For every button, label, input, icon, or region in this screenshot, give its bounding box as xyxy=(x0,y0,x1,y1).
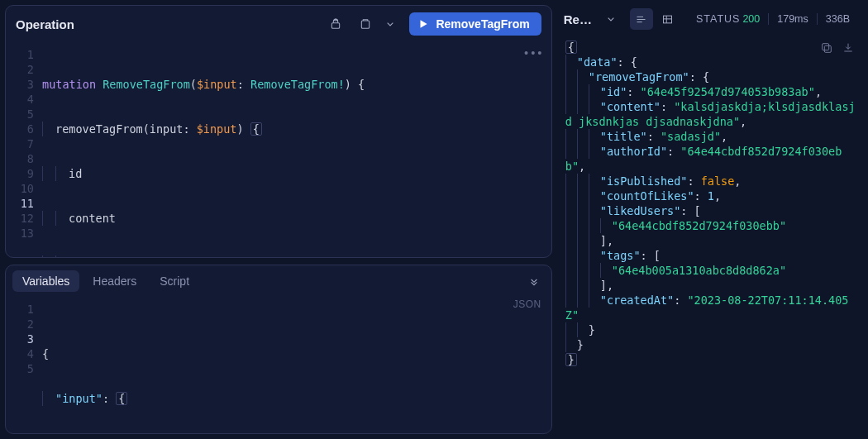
svg-rect-6 xyxy=(823,44,829,50)
svg-rect-5 xyxy=(824,45,831,52)
response-json[interactable]: { "data": { "removeTagFrom": { "id": "64… xyxy=(565,40,858,367)
view-json-toggle[interactable] xyxy=(630,8,653,30)
save-collection-dropdown[interactable] xyxy=(379,13,401,35)
svg-rect-4 xyxy=(664,16,672,23)
tab-variables[interactable]: Variables xyxy=(12,270,79,292)
download-response-icon[interactable] xyxy=(842,41,855,57)
variables-tabs: Variables Headers Script xyxy=(6,265,551,297)
response-title: Re… xyxy=(564,12,592,26)
run-button-label: RemoveTagFrom xyxy=(436,17,529,31)
response-time: 179ms xyxy=(768,13,817,25)
variables-gutter: 12345 xyxy=(6,297,42,434)
tab-script[interactable]: Script xyxy=(150,270,199,292)
code-actions-menu[interactable]: ••• xyxy=(523,45,543,60)
svg-rect-0 xyxy=(332,23,340,29)
share-icon[interactable] xyxy=(325,13,346,35)
variables-editor[interactable]: JSON { "input": { "postId": "64e45f92547… xyxy=(42,297,551,434)
tab-headers[interactable]: Headers xyxy=(83,270,146,292)
status-code: 200 xyxy=(742,13,760,25)
view-table-toggle[interactable] xyxy=(656,8,680,30)
operation-header: Operation RemoveTagFrom xyxy=(6,6,551,42)
svg-rect-1 xyxy=(362,21,370,28)
editor-gutter: 1234 5678 910111213 xyxy=(6,42,42,258)
run-button[interactable]: RemoveTagFrom xyxy=(409,12,541,36)
variables-panel: Variables Headers Script 12345 JSON { "i… xyxy=(5,265,552,434)
response-header: Re… STATUS200 179ms 336B xyxy=(560,5,863,35)
copy-response-icon[interactable] xyxy=(820,41,833,57)
svg-marker-2 xyxy=(421,20,427,27)
operation-title: Operation xyxy=(16,17,317,31)
collapse-panel-icon[interactable] xyxy=(523,270,545,292)
operation-editor-panel: Operation RemoveTagFrom 1234 5678 910111… xyxy=(5,5,552,258)
graphql-editor[interactable]: mutation RemoveTagFrom($input: RemoveTag… xyxy=(42,42,551,258)
response-size: 336B xyxy=(817,13,858,25)
response-dropdown[interactable] xyxy=(600,8,622,30)
json-badge: JSON xyxy=(513,297,541,312)
response-stats: STATUS200 179ms 336B xyxy=(688,13,858,25)
response-panel: Re… STATUS200 179ms 336B { "data": { "re… xyxy=(560,5,863,434)
save-collection-icon[interactable] xyxy=(355,13,376,35)
